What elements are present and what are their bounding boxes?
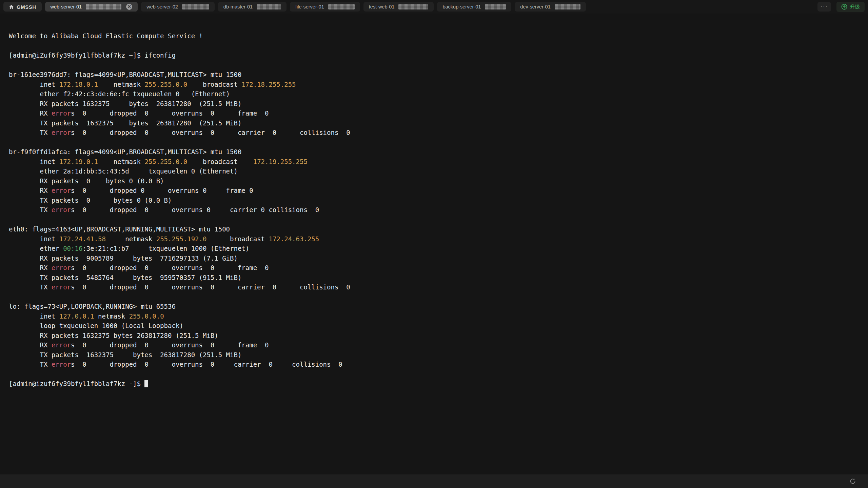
terminal-text-segment: TX packets 5485764 bytes 959570357 (915.… [9, 274, 241, 281]
terminal-line [9, 215, 861, 225]
terminal-text-segment: TX [9, 206, 52, 214]
terminal-text-segment: RX packets 1632375 bytes 263817280 (251.… [9, 332, 218, 339]
terminal-output[interactable]: Welcome to Alibaba Cloud Elastic Compute… [0, 14, 868, 474]
app-home-button[interactable]: GMSSH [3, 2, 42, 12]
terminal-line: RX errors 0 dropped 0 overruns 0 frame 0 [9, 108, 861, 118]
tab-web-server-02[interactable]: web-server-02 [141, 2, 215, 12]
terminal-line [9, 369, 861, 379]
terminal-line: inet 172.24.41.58 netmask 255.255.192.0 … [9, 234, 861, 244]
terminal-line: RX errors 0 dropped 0 overruns 0 frame 0 [9, 263, 861, 273]
terminal-line: eth0: flags=4163<UP,BROADCAST,RUNNING,MU… [9, 224, 861, 234]
terminal-text-segment: inet [9, 235, 59, 243]
terminal-text-segment: RX [9, 264, 52, 271]
terminal-text-segment: s 0 dropped 0 overruns 0 frame 0 [71, 341, 269, 349]
terminal-line: TX errors 0 dropped 0 overruns 0 carrier… [9, 282, 861, 292]
terminal-text-segment: error [52, 187, 71, 194]
terminal-text-segment: RX [9, 187, 52, 194]
more-button[interactable]: ··· [817, 2, 831, 12]
terminal-line: Welcome to Alibaba Cloud Elastic Compute… [9, 31, 861, 41]
terminal-line [9, 41, 861, 51]
upgrade-arrow-icon [841, 4, 847, 10]
upgrade-button[interactable]: 升级 [836, 2, 865, 12]
terminal-text-segment: error [52, 206, 71, 214]
terminal-text-segment: loop txqueuelen 1000 (Local Loopback) [9, 322, 183, 329]
tab-db-master-01[interactable]: db-master-01 [218, 2, 287, 12]
refresh-icon[interactable] [849, 477, 856, 485]
terminal-line: ether 2a:1d:bb:5c:43:5d txqueuelen 0 (Et… [9, 166, 861, 176]
terminal-text-segment: netmask [98, 81, 144, 88]
terminal-text-segment: 255.255.0.0 [144, 81, 187, 88]
terminal-line: RX packets 9005789 bytes 7716297133 (7.1… [9, 253, 861, 263]
terminal-text-segment: ether 2a:1d:bb:5c:43:5d txqueuelen 0 (Et… [9, 167, 238, 175]
terminal-text-segment: 00:16 [63, 245, 82, 252]
terminal-text-segment: RX packets 1632375 bytes 263817280 (251.… [9, 100, 241, 107]
terminal-text-segment: RX packets 9005789 bytes 7716297133 (7.1… [9, 255, 238, 262]
terminal-line: ether f2:42:c3:de:6e:fc txqueuelen 0 (Et… [9, 89, 861, 99]
terminal-text-segment: broadcast [187, 158, 253, 165]
tab-web-server-01[interactable]: web-server-01 ✕ [45, 2, 138, 12]
tab-label: web-server-01 [51, 4, 82, 9]
close-icon[interactable]: ✕ [126, 4, 132, 10]
terminal-line [9, 292, 861, 302]
terminal-text-segment: error [52, 264, 71, 271]
tab-file-server-01[interactable]: file-server-01 [290, 2, 360, 12]
terminal-text-segment: error [52, 341, 71, 349]
terminal-line: br-f9f0ffd1afca: flags=4099<UP,BROADCAST… [9, 147, 861, 157]
terminal-line: RX errors 0 dropped 0 overruns 0 frame 0 [9, 186, 861, 196]
terminal-text-segment: 127.0.0.1 [59, 312, 94, 320]
terminal-text-segment: RX packets 0 bytes 0 (0.0 B) [9, 177, 164, 185]
terminal-line: TX errors 0 dropped 0 overruns 0 carrier… [9, 128, 861, 138]
terminal-text-segment: lo: flags=73<UP,LOOPBACK,RUNNING> mtu 65… [9, 303, 176, 310]
terminal-text-segment: 255.255.0.0 [144, 158, 187, 165]
terminal-text-segment: netmask [106, 235, 156, 243]
terminal-line: TX packets 1632375 bytes 263817280 (251.… [9, 350, 861, 360]
terminal-text-segment: TX packets 0 bytes 0 (0.0 B) [9, 197, 172, 204]
redacted-ip [86, 4, 121, 9]
terminal-text-segment: Welcome to Alibaba Cloud Elastic Compute… [9, 32, 203, 40]
terminal-text-segment: [admin@izuf6fy39bfyl1fbblaf7kz -]$ [9, 380, 144, 387]
status-bar [0, 474, 868, 488]
terminal-text-segment: 255.255.192.0 [156, 235, 207, 243]
upgrade-label: 升级 [850, 4, 860, 10]
terminal-line: RX packets 1632375 bytes 263817280 (251.… [9, 331, 861, 341]
terminal-text-segment: s 0 dropped 0 overruns 0 frame 0 [71, 264, 269, 271]
redacted-ip [182, 4, 209, 9]
session-tabs: web-server-01 ✕ web-server-02 db-master-… [45, 2, 586, 12]
redacted-ip [328, 4, 355, 9]
terminal-line: [admin@iZuf6fy39bfy1lfbblaf7kz ~]$ ifcon… [9, 50, 861, 60]
redacted-ip [257, 4, 281, 9]
terminal-text-segment: netmask [98, 158, 144, 165]
tab-label: web-server-02 [146, 4, 178, 9]
terminal-text-segment: s 0 dropped 0 overruns 0 carrier 0 colli… [71, 129, 350, 136]
terminal-line: inet 172.19.0.1 netmask 255.255.0.0 broa… [9, 157, 861, 167]
terminal-text-segment: TX [9, 283, 52, 291]
tab-label: test-web-01 [369, 4, 395, 9]
terminal-text-segment: error [52, 283, 71, 291]
terminal-text-segment: ether f2:42:c3:de:6e:fc txqueuelen 0 (Et… [9, 90, 230, 98]
terminal-line: inet 127.0.0.1 netmask 255.0.0.0 [9, 311, 861, 321]
terminal-text-segment: s 0 dropped 0 overruns 0 frame 0 [71, 109, 269, 117]
tab-dev-server-01[interactable]: dev-server-01 [515, 2, 586, 12]
redacted-ip [485, 4, 506, 9]
terminal-text-segment: 172.19.255.255 [253, 158, 308, 165]
terminal-text-segment: netmask [94, 312, 129, 320]
terminal-text-segment: RX [9, 109, 52, 117]
terminal-line: TX errors 0 dropped 0 overruns 0 carrier… [9, 360, 861, 369]
tab-backup-server-01[interactable]: backup-server-01 [437, 2, 511, 12]
terminal-line: RX errors 0 dropped 0 overruns 0 frame 0 [9, 340, 861, 350]
terminal-text-segment: inet [9, 158, 59, 165]
terminal-text-segment: RX [9, 341, 52, 349]
redacted-ip [398, 4, 428, 9]
tab-test-web-01[interactable]: test-web-01 [363, 2, 434, 12]
terminal-text-segment: eth0: flags=4163<UP,BROADCAST,RUNNING,MU… [9, 225, 230, 233]
terminal-text-segment: s 0 dropped 0 overruns 0 carrier 0 colli… [71, 283, 350, 291]
terminal-line: TX errors 0 dropped 0 overruns 0 carrier… [9, 205, 861, 215]
terminal-line: inet 172.18.0.1 netmask 255.255.0.0 broa… [9, 80, 861, 89]
terminal-line: TX packets 5485764 bytes 959570357 (915.… [9, 273, 861, 283]
terminal-text-segment: error [52, 361, 71, 368]
terminal-line [9, 60, 861, 70]
terminal-text-segment: 172.18.0.1 [59, 81, 98, 88]
tab-bar: GMSSH web-server-01 ✕ web-server-02 db-m… [0, 0, 868, 14]
terminal-text-segment: error [52, 109, 71, 117]
terminal-text-segment: br-161ee3976dd7: flags=4099<UP,BROADCAST… [9, 71, 241, 78]
